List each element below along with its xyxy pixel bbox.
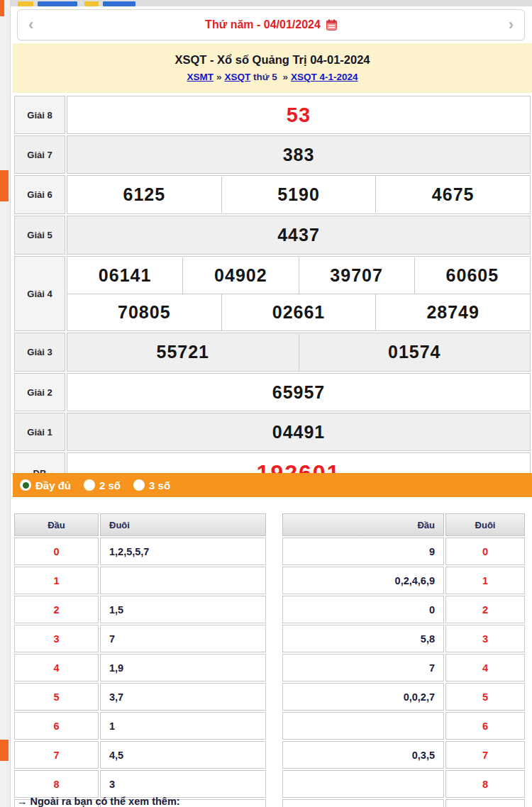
column-header-duoi: Đuôi — [445, 513, 525, 536]
head-cell: 4 — [14, 654, 99, 681]
tail-cell: 1,9 — [100, 654, 266, 681]
head-tail-row: 74 — [282, 654, 525, 681]
radio-icon[interactable] — [133, 479, 145, 491]
breadcrumb-link[interactable]: XSQT 4-1-2024 — [291, 72, 358, 82]
date-label: Thứ năm - 04/01/2024 — [205, 18, 321, 31]
head-cell: 8 — [14, 770, 99, 798]
head-cell — [282, 770, 444, 798]
head-tail-row: 90 — [282, 538, 525, 565]
prize-number-line: 5572101574 — [67, 334, 530, 370]
prize-numbers: 383 — [67, 135, 531, 174]
head-tail-row: 74,5 — [14, 741, 266, 769]
head-tail-table-left: Đầu Đuôi 01,2,5,5,7121,53741,953,76174,5… — [13, 512, 267, 807]
prize-number: 01574 — [299, 334, 531, 370]
display-mode-bar: Đầy đủ2 số3 số — [13, 473, 532, 497]
tail-cell: 4,5 — [100, 741, 266, 769]
head-cell: 0 — [282, 596, 444, 623]
head-tail-row: 01,2,5,5,7 — [14, 538, 266, 565]
prize-number: 70805 — [67, 294, 221, 330]
prize-number: 4437 — [67, 217, 530, 253]
prize-numbers: 612551904675 — [67, 175, 531, 214]
results-table-wrap: Giải 853Giải 7383Giải 6612551904675Giải … — [13, 94, 532, 495]
breadcrumb: XSMT»XSQT thứ 5 »XSQT 4-1-2024 — [13, 72, 532, 82]
prize-label: Giải 8 — [14, 96, 65, 134]
prize-number-line: 65957 — [67, 374, 530, 410]
prize-number-line: 04491 — [67, 414, 530, 450]
display-mode-option[interactable]: 3 số — [133, 479, 170, 491]
radio-icon[interactable] — [84, 479, 95, 491]
date-nav-bar: ‹ Thứ năm - 04/01/2024 › — [17, 9, 525, 40]
tail-cell: 3 — [100, 770, 266, 798]
next-day-button[interactable]: › — [498, 10, 524, 40]
prize-label: Giải 6 — [14, 175, 65, 214]
calendar-icon[interactable] — [326, 19, 337, 30]
prize-label: Giải 1 — [14, 413, 65, 451]
head-tail-row: 37 — [14, 625, 266, 652]
display-mode-label: 2 số — [99, 479, 121, 491]
head-tail-row: 8 — [282, 770, 525, 798]
prize-number: 04902 — [182, 257, 298, 294]
top-nav-icon-fragment — [18, 1, 33, 6]
head-tail-row: 21,5 — [14, 596, 266, 623]
prize-label: Giải 2 — [14, 373, 65, 411]
prize-number-line: 4437 — [67, 217, 530, 253]
orange-edge-fragment — [0, 740, 9, 761]
head-cell: 3 — [14, 625, 99, 652]
display-mode-label: 3 số — [149, 479, 170, 491]
radio-dot — [23, 482, 29, 489]
breadcrumb-link[interactable]: XSQT — [224, 72, 250, 82]
head-cell: 0 — [14, 538, 99, 565]
breadcrumb-separator: » — [283, 72, 289, 82]
prize-number: 383 — [67, 137, 530, 172]
prize-number: 28749 — [375, 294, 530, 330]
prize-row: Giải 35572101574 — [14, 333, 531, 372]
prize-number: 53 — [67, 97, 530, 133]
head-tail-row: 53,7 — [14, 683, 266, 711]
head-tail-row: 41,9 — [14, 654, 266, 681]
head-cell: 0,2,4,6,9 — [282, 567, 444, 594]
prize-number: 06141 — [67, 257, 182, 294]
page-title: XSQT - Xổ số Quảng Trị 04-01-2024 — [13, 43, 532, 67]
prize-row: Giải 104491 — [14, 413, 531, 451]
date-picker[interactable]: Thứ năm - 04/01/2024 — [44, 18, 497, 31]
tail-cell: 6 — [445, 712, 525, 740]
see-more-note: → Ngoài ra bạn có thể xem thêm: — [17, 796, 180, 807]
tail-cell: 1 — [100, 712, 266, 740]
prize-number: 5190 — [221, 177, 376, 213]
head-tail-table: Đầu Đuôi 900,2,4,6,91025,83740,0,2,7560,… — [281, 512, 526, 807]
prize-numbers: 06141049023970760605708050266128749 — [67, 256, 531, 331]
top-nav-link-fragment — [103, 1, 135, 6]
breadcrumb-link[interactable]: XSMT — [187, 72, 214, 82]
tail-cell: 8 — [445, 770, 525, 798]
column-header-dau: Đầu — [14, 513, 99, 536]
head-cell: 0,3,5 — [282, 741, 444, 769]
prize-row: Giải 6612551904675 — [14, 175, 531, 214]
prize-number: 65957 — [67, 374, 530, 410]
head-tail-row: 1 — [14, 567, 266, 594]
prize-number: 6125 — [67, 177, 221, 213]
prize-number: 04491 — [67, 414, 530, 450]
prize-label: Giải 4 — [14, 256, 65, 331]
left-rail — [0, 0, 11, 807]
prize-number: 55721 — [67, 334, 299, 370]
display-mode-option[interactable]: 2 số — [84, 479, 121, 491]
prize-numbers: 5572101574 — [67, 333, 531, 372]
prize-number: 02661 — [221, 294, 376, 330]
tail-cell — [100, 567, 266, 594]
display-mode-option[interactable]: Đầy đủ — [20, 479, 71, 491]
column-header-dau: Đầu — [282, 513, 444, 536]
prize-numbers: 4437 — [67, 216, 531, 255]
head-tail-row: 6 — [282, 712, 525, 740]
head-cell: 5 — [14, 683, 99, 711]
tail-cell: 7 — [445, 741, 525, 769]
tail-cell: 1,5 — [100, 596, 266, 623]
head-tail-row: 61 — [14, 712, 266, 740]
prev-day-button[interactable]: ‹ — [18, 10, 44, 40]
prize-number: 60605 — [414, 257, 530, 294]
prize-row: Giải 54437 — [14, 216, 531, 255]
prize-number-line: 06141049023970760605 — [67, 257, 530, 294]
head-cell — [282, 712, 444, 740]
radio-selected-icon[interactable] — [20, 479, 31, 491]
tail-cell: 2 — [445, 596, 525, 623]
tail-cell: 7 — [100, 625, 266, 652]
